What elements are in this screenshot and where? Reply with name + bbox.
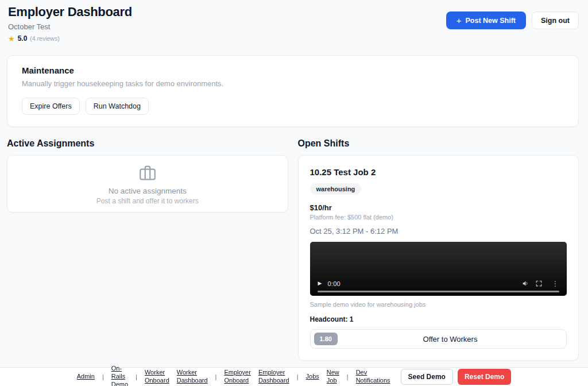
- footer-separator: |: [297, 373, 299, 380]
- shift-tag-badge: warehousing: [310, 183, 362, 195]
- empty-state-title: No active assignments: [109, 187, 187, 195]
- footer-link-employer-dashboard[interactable]: Employer Dashboard: [258, 369, 289, 385]
- star-icon: ★: [8, 35, 15, 43]
- post-new-shift-button[interactable]: + Post New Shift: [446, 11, 526, 29]
- rating-row: ★ 5.0 (4 reviews): [8, 34, 132, 43]
- page-title: Employer Dashboard: [8, 5, 132, 20]
- video-menu-icon[interactable]: ⋮: [552, 280, 559, 287]
- maintenance-actions: Expire Offers Run Watchdog: [22, 98, 564, 115]
- header-left: Employer Dashboard October Test ★ 5.0 (4…: [8, 5, 132, 43]
- maintenance-title: Maintenance: [22, 65, 564, 75]
- active-assignments-section: Active Assignments No active assignments…: [7, 138, 288, 213]
- video-current-time: 0:00: [327, 280, 341, 287]
- page-header: Employer Dashboard October Test ★ 5.0 (4…: [0, 0, 588, 43]
- video-caption: Sample demo video for warehousing jobs: [310, 301, 567, 308]
- footer-separator: |: [347, 373, 349, 380]
- dev-footer: Admin | On-Rails Demo | Worker Onboard W…: [0, 367, 588, 386]
- plus-icon: +: [457, 16, 462, 25]
- footer-buttons: Seed Demo Reset Demo: [401, 369, 512, 385]
- shift-schedule: Oct 25, 3:12 PM - 6:12 PM: [310, 227, 567, 236]
- employer-dashboard-page: Employer Dashboard October Test ★ 5.0 (4…: [0, 0, 588, 386]
- shift-rate: $10/hr: [310, 203, 567, 212]
- shift-card: 10.25 Test Job 2 warehousing $10/hr Plat…: [298, 155, 579, 361]
- footer-link-worker-dashboard[interactable]: Worker Dashboard: [177, 369, 208, 385]
- rating-reviews: (4 reviews): [30, 35, 59, 42]
- footer-nav: Admin | On-Rails Demo | Worker Onboard W…: [77, 365, 390, 386]
- shift-platform-fee: Platform fee: $500 flat (demo): [310, 214, 567, 221]
- shift-title: 10.25 Test Job 2: [310, 167, 567, 177]
- footer-link-admin[interactable]: Admin: [77, 373, 95, 381]
- reset-demo-button[interactable]: Reset Demo: [458, 369, 511, 385]
- footer-link-jobs[interactable]: Jobs: [306, 373, 319, 381]
- employer-name: October Test: [8, 22, 132, 31]
- active-assignments-empty-card: No active assignments Post a shift and o…: [7, 155, 288, 213]
- main-columns: Active Assignments No active assignments…: [7, 138, 579, 386]
- video-player[interactable]: ▶ 0:00 ⋮: [310, 242, 567, 296]
- header-actions: + Post New Shift Sign out: [446, 11, 579, 29]
- sign-out-button[interactable]: Sign out: [532, 11, 579, 29]
- footer-separator: |: [102, 373, 104, 380]
- run-watchdog-button[interactable]: Run Watchdog: [86, 98, 149, 115]
- empty-state-subtitle: Post a shift and offer it to workers: [96, 197, 199, 205]
- shift-headcount: Headcount: 1: [310, 315, 567, 323]
- offer-to-workers-button[interactable]: 1.80 Offer to Workers: [310, 329, 567, 349]
- open-shifts-title: Open Shifts: [298, 138, 579, 149]
- briefcase-icon: [137, 163, 158, 183]
- seed-demo-button[interactable]: Seed Demo: [401, 369, 453, 385]
- footer-link-on-rails-demo[interactable]: On-Rails Demo: [111, 365, 128, 386]
- video-progress-bar[interactable]: [318, 291, 560, 292]
- offer-button-label: Offer to Workers: [338, 335, 563, 343]
- multiplier-badge: 1.80: [314, 333, 338, 345]
- play-icon[interactable]: ▶: [318, 281, 322, 286]
- footer-separator: |: [136, 373, 137, 380]
- maintenance-description: Manually trigger housekeeping tasks for …: [22, 79, 564, 88]
- footer-link-new-job[interactable]: New Job: [327, 369, 339, 385]
- footer-link-worker-onboard[interactable]: Worker Onboard: [145, 369, 169, 385]
- active-assignments-title: Active Assignments: [7, 138, 288, 149]
- fullscreen-icon[interactable]: [535, 280, 543, 287]
- footer-link-employer-onboard[interactable]: Employer Onboard: [224, 369, 250, 385]
- footer-link-dev-notifications[interactable]: Dev Notifications: [356, 369, 390, 385]
- volume-icon[interactable]: [522, 280, 529, 287]
- footer-separator: |: [215, 373, 217, 380]
- video-controls: ▶ 0:00 ⋮: [310, 280, 567, 287]
- maintenance-card: Maintenance Manually trigger housekeepin…: [7, 55, 579, 127]
- open-shifts-section: Open Shifts 10.25 Test Job 2 warehousing…: [298, 138, 579, 386]
- post-new-shift-label: Post New Shift: [465, 17, 516, 25]
- expire-offers-button[interactable]: Expire Offers: [22, 98, 80, 115]
- rating-score: 5.0: [18, 34, 28, 43]
